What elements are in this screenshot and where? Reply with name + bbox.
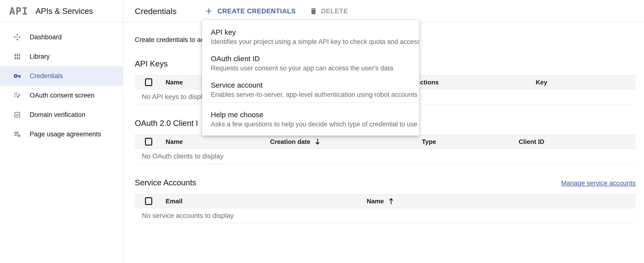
creation-date-label: Creation date [270,138,310,146]
delete-button[interactable]: DELETE [309,7,348,15]
column-header-creation-date-sort[interactable]: Creation date [270,138,321,146]
delete-label: DELETE [321,7,348,15]
manage-service-accounts-link[interactable]: Manage service accounts [561,180,636,187]
column-header-type: Type [422,138,436,146]
create-credentials-button[interactable]: CREATE CREDENTIALS [204,6,296,16]
sidebar-item-label: Library [30,53,50,60]
menu-item-api-key[interactable]: API key Identifies your project using a … [202,23,419,50]
name-label: Name [367,198,384,205]
page-title: Credentials [135,6,176,16]
main-area: Credentials CREATE CREDENTIALS DELETE Cr… [123,0,644,263]
sidebar-nav: Dashboard Library Credentials [0,22,123,144]
trash-icon [309,7,318,15]
select-all-checkbox[interactable] [145,138,152,146]
service-accounts-table: Email Name No service accounts to displa… [135,194,636,223]
key-icon [13,72,21,80]
sidebar: API APIs & Services Dashboard [0,0,123,263]
sidebar-item-label: Page usage agreements [30,131,101,138]
column-header-restrictions: ctions [420,79,439,86]
sidebar-item-label: Credentials [30,72,63,80]
menu-divider [202,103,419,103]
oauth-clients-empty-row: No OAuth clients to display [135,149,636,164]
sidebar-item-page-usage-agreements[interactable]: Page usage agreements [0,124,123,144]
sidebar-item-oauth-consent-screen[interactable]: OAuth consent screen [0,86,123,105]
oauth-clients-table: Name Creation date Type Client ID No OAu… [135,135,636,164]
menu-item-title: Help me choose [211,110,410,120]
sidebar-item-domain-verification[interactable]: Domain verification [0,105,123,124]
column-header-client-id: Client ID [519,138,544,146]
oauth-clients-table-header: Name Creation date Type Client ID [135,135,636,149]
app-title: APIs & Services [36,6,93,16]
select-all-checkbox[interactable] [145,78,152,86]
menu-item-help-me-choose[interactable]: Help me choose Asks a few questions to h… [202,106,419,132]
menu-item-description: Identifies your project using a simple A… [211,37,410,46]
menu-item-description: Enables server-to-server, app-level auth… [211,90,410,99]
menu-item-description: Asks a few questions to help you decide … [211,120,410,129]
menu-item-title: OAuth client ID [211,54,410,64]
menu-item-oauth-client-id[interactable]: OAuth client ID Requests user consent so… [202,50,419,76]
service-accounts-empty-row: No service accounts to display [135,208,636,223]
create-credentials-label: CREATE CREDENTIALS [217,7,296,15]
menu-bottom-padding [202,132,419,136]
app-window: API APIs & Services Dashboard [0,0,644,263]
plus-icon [204,6,214,16]
sort-ascending-icon [388,198,394,205]
library-icon [13,53,21,60]
toolbar: Credentials CREATE CREDENTIALS DELETE [123,0,644,22]
sort-descending-icon [314,138,321,146]
column-header-name: Name [166,79,183,86]
select-all-checkbox[interactable] [145,197,152,205]
column-header-email: Email [166,198,182,205]
api-logo: API [9,5,28,17]
column-header-key: Key [536,79,547,86]
service-accounts-heading-row: Service Accounts Manage service accounts [135,177,636,188]
sidebar-item-library[interactable]: Library [0,47,123,66]
menu-item-description: Requests user consent so your app can ac… [211,64,410,73]
menu-item-title: API key [211,27,410,37]
sidebar-header: API APIs & Services [0,0,123,22]
service-accounts-table-header: Email Name [135,194,636,208]
column-header-name-sort[interactable]: Name [367,198,394,205]
sidebar-item-label: Domain verification [30,111,86,119]
consent-pencil-icon [13,91,21,99]
menu-item-title: Service account [211,80,410,90]
checkbox-check-icon [13,111,21,119]
sidebar-item-dashboard[interactable]: Dashboard [0,27,123,47]
dashboard-icon [13,33,21,41]
column-header-name: Name [166,138,183,146]
sidebar-item-label: Dashboard [30,33,62,41]
service-accounts-heading: Service Accounts [135,177,196,188]
list-gear-icon [13,130,21,138]
sidebar-item-credentials[interactable]: Credentials [0,66,123,86]
sidebar-item-label: OAuth consent screen [30,92,94,99]
menu-item-service-account[interactable]: Service account Enables server-to-server… [202,76,419,103]
create-credentials-menu: API key Identifies your project using a … [202,20,419,136]
